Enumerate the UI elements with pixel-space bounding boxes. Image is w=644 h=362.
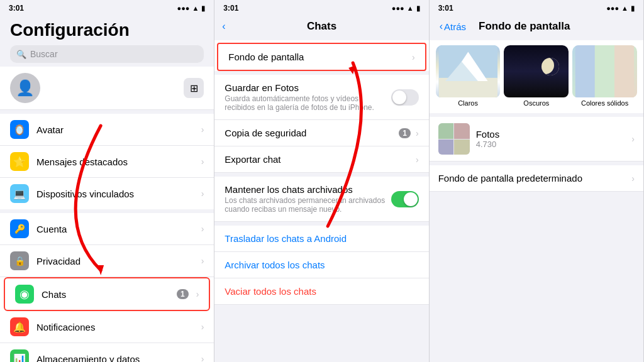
status-bar-3: 3:01 ●●● ▲ ▮ bbox=[430, 0, 643, 15]
trasladar-android-item[interactable]: Trasladar los chats a Android bbox=[214, 226, 428, 252]
cuenta-icon: 🔑 bbox=[10, 219, 29, 238]
oscuros-image bbox=[504, 45, 569, 97]
default-wallpaper-label: Fondo de pantalla predeterminado bbox=[438, 173, 627, 184]
toggle-knob bbox=[392, 90, 406, 104]
chats-section-fotos: Guardar en Fotos Guarda automáticamente … bbox=[214, 75, 428, 173]
chevron-almacenamiento: › bbox=[201, 354, 204, 362]
settings-item-cuenta[interactable]: 🔑 Cuenta › bbox=[0, 213, 214, 245]
copia-label: Copia de seguridad bbox=[225, 128, 394, 138]
notificaciones-icon: 🔔 bbox=[10, 317, 29, 336]
chevron-notificaciones: › bbox=[201, 322, 204, 332]
copia-seguridad-item[interactable]: Copia de seguridad 1 › bbox=[214, 120, 428, 146]
svg-rect-6 bbox=[575, 45, 595, 97]
photo-cell-2 bbox=[454, 123, 470, 139]
claros-image bbox=[436, 45, 501, 97]
mensajes-icon: ⭐ bbox=[10, 152, 29, 171]
settings-item-avatar[interactable]: 🪞 Avatar › bbox=[0, 114, 214, 146]
default-chevron: › bbox=[631, 173, 635, 184]
wallpaper-solidos[interactable]: Colores sólidos bbox=[572, 45, 637, 108]
dispositivos-icon: 💻 bbox=[10, 184, 29, 203]
signal-icon: ●●● bbox=[177, 4, 190, 12]
chats-section-archivados: Mantener los chats archivados Los chats … bbox=[214, 177, 428, 222]
search-icon: 🔍 bbox=[16, 50, 26, 59]
settings-item-chats[interactable]: ◉ Chats 1 › bbox=[4, 277, 210, 311]
settings-item-dispositivos[interactable]: 💻 Dispositivos vinculados › bbox=[0, 178, 214, 209]
mantener-label: Mantener los chats archivados bbox=[225, 184, 386, 195]
fondo-chevron: › bbox=[412, 52, 415, 62]
privacidad-icon: 🔒 bbox=[10, 251, 29, 270]
wallpaper-oscuros[interactable]: Oscuros bbox=[504, 45, 569, 108]
wallpaper-grid: Claros Oscuros Colores sólidos bbox=[430, 40, 643, 113]
chevron-cuenta: › bbox=[201, 224, 204, 234]
search-placeholder: Buscar bbox=[30, 49, 58, 59]
fondo-page-title: Fondo de pantalla bbox=[479, 20, 570, 33]
photos-count: 4.730 bbox=[476, 140, 626, 149]
back-button-2[interactable]: ‹ bbox=[222, 21, 225, 32]
trasladar-label: Trasladar los chats a Android bbox=[225, 233, 347, 244]
avatar: 👤 bbox=[10, 73, 40, 103]
time-2: 3:01 bbox=[223, 4, 238, 13]
chats-badge: 1 bbox=[177, 289, 189, 299]
back-label-3: Atrás bbox=[444, 21, 466, 32]
settings-item-almacenamiento[interactable]: 📊 Almacenamiento y datos › bbox=[0, 343, 214, 362]
solidos-label: Colores sólidos bbox=[581, 97, 628, 108]
settings-item-notificaciones[interactable]: 🔔 Notificaciones › bbox=[0, 311, 214, 343]
panel-fondo-pantalla: 3:01 ●●● ▲ ▮ ‹ Atrás Fondo de pantalla bbox=[430, 0, 644, 362]
solidos-image bbox=[572, 45, 637, 97]
guardar-fotos-toggle[interactable] bbox=[391, 89, 419, 106]
back-button-3[interactable]: ‹ Atrás bbox=[440, 21, 466, 32]
battery-icon-3: ▮ bbox=[631, 4, 635, 13]
settings-item-mensajes[interactable]: ⭐ Mensajes destacados › bbox=[0, 146, 214, 178]
chevron-privacidad: › bbox=[201, 256, 204, 266]
svg-rect-7 bbox=[595, 45, 614, 97]
panel1-header: Configuración 🔍 Buscar bbox=[0, 15, 214, 67]
panel3-header: ‹ Atrás Fondo de pantalla bbox=[430, 15, 643, 36]
default-wallpaper-row[interactable]: Fondo de pantalla predeterminado › bbox=[430, 165, 643, 192]
fondo-pantalla-item[interactable]: Fondo de pantalla › bbox=[217, 43, 426, 71]
battery-icon: ▮ bbox=[201, 4, 205, 13]
vaciar-label: Vaciar todos los chats bbox=[225, 286, 316, 297]
time-1: 3:01 bbox=[9, 4, 24, 13]
mantener-sublabel: Los chats archivados permanecerán archiv… bbox=[225, 196, 386, 214]
archivar-chats-item[interactable]: Archivar todos los chats bbox=[214, 252, 428, 278]
photo-cell-3 bbox=[438, 140, 454, 155]
archivar-label: Archivar todos los chats bbox=[225, 260, 325, 270]
signal-icon-3: ●●● bbox=[606, 4, 619, 12]
settings-item-privacidad[interactable]: 🔒 Privacidad › bbox=[0, 245, 214, 277]
search-bar[interactable]: 🔍 Buscar bbox=[10, 45, 204, 63]
exportar-chat-item[interactable]: Exportar chat › bbox=[214, 146, 428, 173]
photo-cell-4 bbox=[454, 140, 470, 155]
chats-section-actions: Trasladar los chats a Android Archivar t… bbox=[214, 226, 428, 305]
vaciar-chats-item[interactable]: Vaciar todos los chats bbox=[214, 278, 428, 305]
mantener-toggle[interactable] bbox=[391, 191, 419, 207]
chats-page-title: Chats bbox=[307, 20, 336, 33]
guardar-fotos-item[interactable]: Guardar en Fotos Guarda automáticamente … bbox=[214, 75, 428, 120]
panel-configuracion: 3:01 ●●● ▲ ▮ Configuración 🔍 Buscar 👤 ⊞ … bbox=[0, 0, 214, 362]
qr-icon[interactable]: ⊞ bbox=[184, 78, 204, 98]
settings-section: 🪞 Avatar › ⭐ Mensajes destacados › 💻 Dis… bbox=[0, 114, 214, 209]
guardar-fotos-label: Guardar en Fotos bbox=[225, 82, 386, 93]
wifi-icon-3: ▲ bbox=[621, 4, 628, 12]
copia-chevron: › bbox=[416, 128, 419, 138]
profile-row[interactable]: 👤 ⊞ bbox=[0, 67, 214, 110]
settings-section-2: 🔑 Cuenta › 🔒 Privacidad › ◉ Chats 1 › 🔔 … bbox=[0, 213, 214, 362]
dispositivos-label: Dispositivos vinculados bbox=[36, 189, 194, 199]
mantener-archivados-item[interactable]: Mantener los chats archivados Los chats … bbox=[214, 177, 428, 222]
status-bar-2: 3:01 ●●● ▲ ▮ bbox=[214, 0, 428, 15]
cuenta-label: Cuenta bbox=[36, 224, 194, 234]
svg-rect-8 bbox=[614, 45, 634, 97]
chevron-avatar: › bbox=[201, 124, 204, 134]
signal-icon-2: ●●● bbox=[392, 4, 404, 12]
status-icons-2: ●●● ▲ ▮ bbox=[392, 4, 420, 13]
photos-label: Fotos bbox=[476, 129, 626, 140]
wifi-icon: ▲ bbox=[192, 4, 199, 12]
claros-label: Claros bbox=[458, 97, 478, 108]
avatar-icon: 🪞 bbox=[10, 120, 29, 139]
almacenamiento-label: Almacenamiento y datos bbox=[36, 354, 194, 363]
back-chevron-3: ‹ bbox=[440, 21, 443, 32]
photos-row[interactable]: Fotos 4.730 › bbox=[430, 117, 643, 162]
mensajes-label: Mensajes destacados bbox=[36, 156, 194, 167]
status-icons-1: ●●● ▲ ▮ bbox=[177, 4, 206, 13]
wallpaper-claros[interactable]: Claros bbox=[436, 45, 501, 108]
status-bar-1: 3:01 ●●● ▲ ▮ bbox=[0, 0, 214, 15]
